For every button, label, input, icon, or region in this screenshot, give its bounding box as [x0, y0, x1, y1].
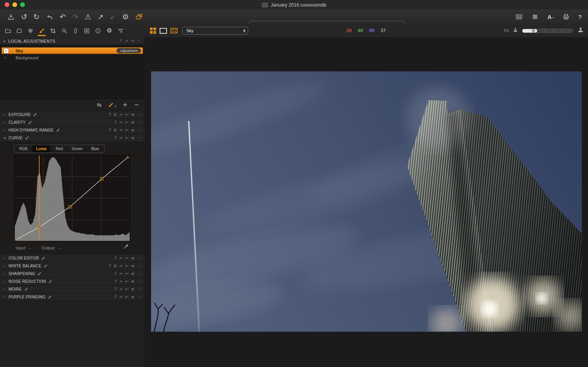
more-icon[interactable]: ⋯ — [137, 128, 141, 132]
section-header-sharpening[interactable]: › SHARPENING ? A ↗ ↩ ≡ ⋯ — [0, 270, 144, 277]
more-icon[interactable]: ⋯ — [137, 39, 141, 43]
help-icon[interactable]: ? — [115, 280, 117, 284]
help-icon[interactable]: ? — [109, 113, 111, 117]
tab-capture[interactable] — [14, 25, 25, 36]
copy-adjustments-icon[interactable] — [135, 13, 143, 21]
more-icon[interactable]: ⋯ — [137, 287, 141, 291]
layer-check-icon[interactable]: ✓ — [4, 55, 9, 60]
redo-icon[interactable]: ↷ — [72, 13, 78, 21]
undo-icon[interactable]: ↶ — [60, 13, 66, 21]
tab-info[interactable] — [92, 25, 104, 36]
revert-icon[interactable] — [46, 13, 54, 21]
reset-icon[interactable]: ↩ — [125, 128, 128, 132]
help-icon[interactable]: ? — [115, 295, 117, 299]
viewer-layout-icon[interactable] — [515, 13, 523, 21]
presets-icon[interactable]: ≡ — [131, 136, 134, 140]
section-header-noise-reduction[interactable]: › NOISE REDUCTION ? A ↗ ↩ ≡ ⋯ — [0, 277, 144, 285]
presets-icon[interactable]: ≡ — [131, 256, 134, 260]
more-icon[interactable]: ⋯ — [137, 295, 141, 299]
help-icon[interactable]: ? — [115, 256, 117, 260]
mask-select[interactable]: Sky — [182, 27, 248, 35]
curve-histogram-graph[interactable] — [14, 155, 130, 241]
tab-rgb[interactable]: RGB — [14, 145, 32, 152]
rotate-left-icon[interactable]: ↺ — [21, 13, 27, 21]
help-icon[interactable]: ? — [115, 272, 117, 276]
tab-settings[interactable]: ⚙ — [104, 25, 115, 36]
section-header-color-editor[interactable]: › COLOR EDITOR ? A ↗ ↩ ≡ ⋯ — [0, 254, 144, 262]
invert-mask-icon[interactable]: ⇆ — [97, 102, 102, 107]
tab-library[interactable] — [2, 25, 14, 36]
section-header-moire[interactable]: › MOIRE ? A ↗ ↩ ≡ ⋯ — [0, 285, 144, 293]
copy-icon[interactable]: ↗ — [119, 295, 122, 299]
more-icon[interactable]: ⋯ — [137, 272, 141, 276]
presets-icon[interactable]: ≡ — [131, 287, 134, 291]
reset-icon[interactable]: ↩ — [125, 272, 128, 276]
presets-icon[interactable]: ≡ — [131, 113, 134, 117]
more-icon[interactable]: ⋯ — [137, 113, 141, 117]
copy-icon[interactable]: ↗ — [119, 256, 122, 260]
section-header-exposure[interactable]: › EXPOSURE ? A ↗ ↩ ≡ ⋯ — [0, 111, 144, 118]
section-header-clarity[interactable]: › CLARITY ? A ↗ ↩ ≡ ⋯ — [0, 118, 144, 126]
tab-focus[interactable] — [59, 25, 70, 36]
zoom-large-person-icon[interactable] — [577, 26, 584, 35]
reset-icon[interactable]: ↩ — [131, 39, 134, 43]
more-icon[interactable]: ⋯ — [137, 280, 141, 284]
layer-row-sky[interactable]: ✓ Sky Adjustment — [2, 47, 143, 54]
multi-view-icon[interactable] — [150, 28, 156, 34]
tab-blue[interactable]: Blue — [86, 145, 104, 152]
copy-icon[interactable]: ↗ — [119, 272, 122, 276]
help-icon[interactable]: ? — [578, 14, 582, 20]
annotations-icon[interactable]: A▾ — [547, 14, 553, 20]
section-header-white-balance[interactable]: › WHITE BALANCE ? A ↗ ↩ ≡ ⋯ — [0, 262, 144, 270]
primary-view-icon[interactable] — [160, 28, 167, 34]
tab-metadata[interactable] — [81, 25, 92, 36]
reset-icon[interactable]: ↩ — [125, 295, 128, 299]
reset-icon[interactable]: ↩ — [125, 280, 128, 284]
copy-icon[interactable]: ↗ — [119, 264, 122, 268]
print-icon[interactable] — [562, 13, 570, 21]
copy-icon[interactable]: ↗ — [119, 121, 122, 125]
copy-icon[interactable]: ↗ — [119, 128, 122, 132]
zoom-slider[interactable] — [522, 29, 573, 33]
more-icon[interactable]: ⋯ — [137, 256, 141, 260]
layer-row-background[interactable]: ✓ Background — [2, 54, 143, 61]
more-icon[interactable]: ⋯ — [137, 264, 141, 268]
help-icon[interactable]: ? — [115, 287, 117, 291]
auto-adjust-icon[interactable]: A — [114, 128, 117, 132]
copy-icon[interactable]: ↗ — [125, 39, 128, 43]
curve-picker-icon[interactable] — [123, 244, 129, 250]
local-adjustments-header[interactable]: ∨ LOCAL ADJUSTMENTS ? ↗ ↩ ⋯ — [0, 37, 144, 45]
more-icon[interactable]: ⋯ — [137, 121, 141, 125]
presets-icon[interactable]: ≡ — [131, 280, 134, 284]
layer-checkbox[interactable]: ✓ — [3, 48, 9, 54]
help-icon[interactable]: ? — [109, 264, 111, 268]
tab-local-adjustments[interactable] — [36, 25, 47, 36]
section-header-curve[interactable]: ∨ CURVE ? A ↗ ↩ ≡ ⋯ — [0, 134, 144, 142]
proof-view-icon[interactable] — [170, 28, 177, 33]
auto-adjust-icon[interactable]: A — [114, 113, 117, 117]
add-layer-button[interactable]: + — [123, 101, 128, 108]
section-header-purple-fringing[interactable]: › PURPLE FRINGING ? A ↗ ↩ ≡ ⋯ — [0, 293, 144, 301]
presets-icon[interactable]: ≡ — [131, 272, 134, 276]
help-icon[interactable]: ? — [115, 121, 117, 125]
help-icon[interactable]: ? — [120, 39, 122, 43]
rotate-right-icon[interactable]: ↻ — [33, 13, 40, 21]
copy-icon[interactable]: ↗ — [119, 280, 122, 284]
import-image-icon[interactable]: ↙ — [110, 13, 116, 21]
warning-icon[interactable]: ⚠ — [85, 13, 91, 21]
export-icon[interactable]: ↗ — [97, 13, 104, 21]
reset-icon[interactable]: ↩ — [125, 264, 128, 268]
reset-icon[interactable]: ↩ — [125, 113, 128, 117]
section-header-high-dynamic-range[interactable]: › HIGH DYNAMIC RANGE ? A ↗ ↩ ≡ ⋯ — [0, 126, 144, 134]
tab-luma[interactable]: Luma — [32, 145, 50, 152]
presets-icon[interactable]: ≡ — [131, 121, 134, 125]
auto-adjust-icon[interactable]: A — [114, 264, 117, 268]
tab-red[interactable]: Red — [50, 145, 68, 152]
zoom-small-person-icon[interactable] — [513, 27, 518, 34]
reset-icon[interactable]: ↩ — [125, 121, 128, 125]
import-icon[interactable] — [7, 13, 15, 21]
remove-layer-button[interactable]: − — [134, 101, 139, 108]
copy-icon[interactable]: ↗ — [119, 287, 122, 291]
tab-color[interactable] — [25, 25, 36, 36]
tab-connections[interactable] — [115, 25, 126, 36]
